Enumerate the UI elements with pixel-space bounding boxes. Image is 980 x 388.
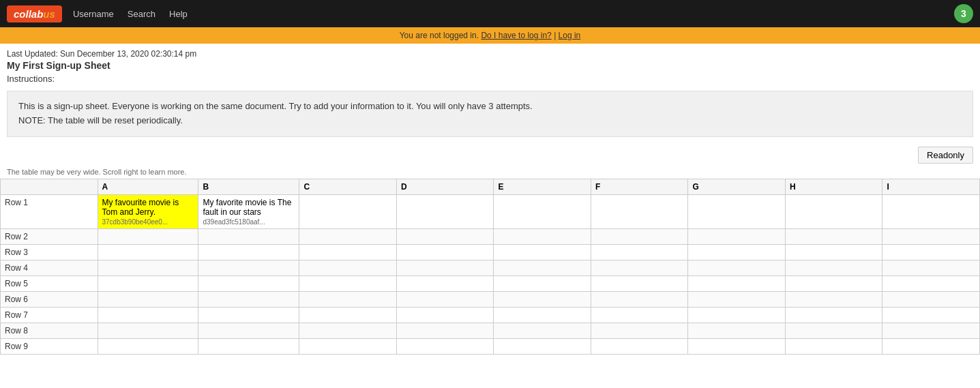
cell-9-b[interactable] — [198, 338, 299, 354]
cell-6-i[interactable] — [882, 291, 980, 307]
cell-7-a[interactable] — [98, 307, 198, 323]
cell-5-d[interactable] — [396, 275, 494, 291]
cell-3-h[interactable] — [785, 244, 882, 260]
cell-1-f[interactable] — [591, 194, 688, 228]
readonly-button[interactable]: Readonly — [918, 147, 973, 164]
cell-8-g[interactable] — [688, 323, 786, 338]
cell-6-g[interactable] — [688, 291, 786, 307]
cell-2-h[interactable] — [785, 228, 882, 244]
cell-6-c[interactable] — [299, 291, 397, 307]
cell-2-a[interactable] — [98, 228, 198, 244]
cell-3-c[interactable] — [299, 244, 397, 260]
cell-4-a[interactable] — [98, 260, 198, 275]
cell-3-d[interactable] — [396, 244, 494, 260]
cell-1-e[interactable] — [494, 194, 591, 228]
cell-5-i[interactable] — [882, 275, 980, 291]
cell-1-c[interactable] — [299, 194, 397, 228]
nav-search[interactable]: Search — [128, 9, 155, 19]
cell-5-b[interactable] — [198, 275, 299, 291]
col-header-row — [1, 179, 98, 194]
cell-4-e[interactable] — [494, 260, 591, 275]
cell-9-d[interactable] — [396, 338, 494, 354]
cell-8-a[interactable] — [98, 323, 198, 338]
logo[interactable]: collabus — [7, 5, 62, 23]
cell-2-g[interactable] — [688, 228, 786, 244]
cell-4-c[interactable] — [299, 260, 397, 275]
cell-6-a[interactable] — [98, 291, 198, 307]
cell-9-a[interactable] — [98, 338, 198, 354]
cell-9-i[interactable] — [882, 338, 980, 354]
cell-7-f[interactable] — [591, 307, 688, 323]
cell-1-g[interactable] — [688, 194, 786, 228]
cell-2-i[interactable] — [882, 228, 980, 244]
cell-4-f[interactable] — [591, 260, 688, 275]
cell-7-b[interactable] — [198, 307, 299, 323]
nav-help[interactable]: Help — [169, 9, 188, 19]
table-row: Row 6 — [1, 291, 980, 307]
cell-6-f[interactable] — [591, 291, 688, 307]
cell-3-f[interactable] — [591, 244, 688, 260]
cell-8-f[interactable] — [591, 323, 688, 338]
cell-7-i[interactable] — [882, 307, 980, 323]
cell-8-d[interactable] — [396, 323, 494, 338]
cell-9-e[interactable] — [494, 338, 591, 354]
cell-2-e[interactable] — [494, 228, 591, 244]
alert-link-login-question[interactable]: Do I have to log in? — [481, 31, 551, 40]
cell-4-i[interactable] — [882, 260, 980, 275]
cell-1-i[interactable] — [882, 194, 980, 228]
cell-7-c[interactable] — [299, 307, 397, 323]
last-updated: Last Updated: Sun December 13, 2020 02:3… — [7, 49, 973, 59]
cell-5-h[interactable] — [785, 275, 882, 291]
cell-7-g[interactable] — [688, 307, 786, 323]
cell-1-h[interactable] — [785, 194, 882, 228]
alert-link-login[interactable]: Log in — [559, 31, 581, 40]
cell-6-e[interactable] — [494, 291, 591, 307]
cell-5-c[interactable] — [299, 275, 397, 291]
cell-8-b[interactable] — [198, 323, 299, 338]
cell-2-d[interactable] — [396, 228, 494, 244]
cell-6-h[interactable] — [785, 291, 882, 307]
cell-6-d[interactable] — [396, 291, 494, 307]
cell-5-g[interactable] — [688, 275, 786, 291]
cell-5-e[interactable] — [494, 275, 591, 291]
cell-6-b[interactable] — [198, 291, 299, 307]
cell-1-b[interactable]: My favorite movie is The fault in our st… — [198, 194, 299, 228]
cell-7-e[interactable] — [494, 307, 591, 323]
table-row: Row 2 — [1, 228, 980, 244]
cell-5-f[interactable] — [591, 275, 688, 291]
col-header-f: F — [591, 179, 688, 194]
cell-9-g[interactable] — [688, 338, 786, 354]
cell-4-b[interactable] — [198, 260, 299, 275]
table-row: Row 1My favourite movie is Tom and Jerry… — [1, 194, 980, 228]
cell-9-h[interactable] — [785, 338, 882, 354]
cell-7-d[interactable] — [396, 307, 494, 323]
row-label: Row 9 — [1, 338, 98, 354]
cell-3-e[interactable] — [494, 244, 591, 260]
cell-8-h[interactable] — [785, 323, 882, 338]
cell-2-c[interactable] — [299, 228, 397, 244]
cell-8-e[interactable] — [494, 323, 591, 338]
cell-3-i[interactable] — [882, 244, 980, 260]
cell-2-b[interactable] — [198, 228, 299, 244]
cell-9-f[interactable] — [591, 338, 688, 354]
row-label: Row 5 — [1, 275, 98, 291]
cell-7-h[interactable] — [785, 307, 882, 323]
cell-1-d[interactable] — [396, 194, 494, 228]
cell-4-d[interactable] — [396, 260, 494, 275]
nav-username[interactable]: Username — [73, 9, 114, 19]
cell-8-c[interactable] — [299, 323, 397, 338]
cell-4-h[interactable] — [785, 260, 882, 275]
cell-3-b[interactable] — [198, 244, 299, 260]
cell-5-a[interactable] — [98, 275, 198, 291]
row-label: Row 1 — [1, 194, 98, 228]
cell-4-g[interactable] — [688, 260, 786, 275]
cell-3-a[interactable] — [98, 244, 198, 260]
cell-3-g[interactable] — [688, 244, 786, 260]
instructions-label: Instructions: — [7, 74, 973, 84]
cell-9-c[interactable] — [299, 338, 397, 354]
col-header-d: D — [396, 179, 494, 194]
cell-2-f[interactable] — [591, 228, 688, 244]
cell-1-a[interactable]: My favourite movie is Tom and Jerry.37cd… — [98, 194, 198, 228]
cell-8-i[interactable] — [882, 323, 980, 338]
notification-badge[interactable]: 3 — [954, 4, 973, 23]
